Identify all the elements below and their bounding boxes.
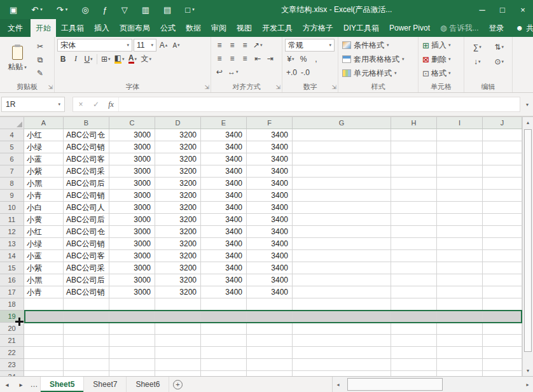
row-header-9[interactable]: 9 [0, 190, 24, 202]
row-header-7[interactable]: 7 [0, 165, 24, 178]
row-header-12[interactable]: 12 [0, 226, 24, 238]
cell-C22[interactable] [109, 347, 155, 359]
cell-D6[interactable]: 3200 [155, 153, 201, 165]
cell-D13[interactable]: 3200 [155, 238, 201, 250]
cell-D24[interactable] [155, 371, 201, 376]
format-as-table-button[interactable]: 套用表格格式 ▾ [341, 53, 415, 66]
cell-J9[interactable] [483, 190, 522, 202]
cell-G9[interactable] [293, 190, 391, 202]
row-header-18[interactable]: 18 [0, 298, 24, 311]
cell-A18[interactable] [24, 298, 64, 311]
row-header-14[interactable]: 14 [0, 250, 24, 262]
row-header-4[interactable]: 4 [0, 129, 24, 141]
cell-J13[interactable] [483, 238, 522, 250]
cell-D15[interactable]: 3200 [155, 262, 201, 274]
cell-E23[interactable] [201, 359, 247, 371]
cell-H10[interactable] [391, 202, 437, 214]
row-header-5[interactable]: 5 [0, 141, 24, 153]
tab-formulas[interactable]: 公式 [155, 19, 181, 37]
cell-E17[interactable]: 3400 [201, 286, 247, 298]
cell-D14[interactable]: 3200 [155, 250, 201, 262]
cell-E20[interactable] [201, 323, 247, 335]
cell-H13[interactable] [391, 238, 437, 250]
cell-I24[interactable] [437, 371, 483, 376]
cell-I17[interactable] [437, 286, 483, 298]
cell-D18[interactable] [155, 298, 201, 311]
new-document-button[interactable]: □▾ [178, 0, 201, 19]
cell-I18[interactable] [437, 298, 483, 311]
align-bottom-button[interactable]: ≡ [239, 39, 251, 51]
cell-J14[interactable] [483, 250, 522, 262]
cell-D12[interactable]: 3200 [155, 226, 201, 238]
cell-B23[interactable] [64, 359, 109, 371]
cell-E11[interactable]: 3400 [201, 214, 247, 226]
cell-B17[interactable]: ABC公司销 [64, 286, 109, 298]
cell-B12[interactable]: ABC公司仓 [64, 226, 109, 238]
cell-H9[interactable] [391, 190, 437, 202]
italic-button[interactable]: I [70, 53, 81, 65]
bold-button[interactable]: B [57, 53, 69, 65]
cell-J8[interactable] [483, 178, 522, 190]
tab-view[interactable]: 视图 [232, 19, 257, 37]
undo-button[interactable]: ↶▾ [24, 0, 49, 19]
font-color-button[interactable]: A ▾ [127, 53, 138, 65]
align-right-button[interactable]: ≡ [239, 52, 251, 64]
cell-E16[interactable]: 3400 [201, 274, 247, 286]
cell-C14[interactable]: 3000 [109, 250, 155, 262]
increase-font-button[interactable]: A ▴ [158, 39, 169, 52]
cell-G21[interactable] [293, 335, 391, 347]
camera-button[interactable]: ◎ [74, 0, 95, 19]
cell-C6[interactable]: 3000 [109, 153, 155, 165]
row-header-17[interactable]: 17 [0, 286, 24, 298]
sheet-tab-sheet7[interactable]: Sheet7 [84, 377, 127, 392]
row-header-8[interactable]: 8 [0, 178, 24, 190]
cell-E6[interactable]: 3400 [201, 153, 247, 165]
cell-E8[interactable]: 3400 [201, 178, 247, 190]
cell-B21[interactable] [64, 335, 109, 347]
cell-B11[interactable]: ABC公司后 [64, 214, 109, 226]
tab-home[interactable]: 开始 [31, 19, 56, 37]
cell-E19[interactable] [201, 311, 247, 323]
cell-G5[interactable] [293, 141, 391, 153]
cell-G20[interactable] [293, 323, 391, 335]
cell-A19[interactable] [24, 311, 64, 323]
cell-E14[interactable]: 3400 [201, 250, 247, 262]
column-header-I[interactable]: I [437, 117, 483, 129]
columns-button[interactable]: ▥ [135, 0, 156, 19]
cell-D20[interactable] [155, 323, 201, 335]
cell-B5[interactable]: ABC公司销 [64, 141, 109, 153]
number-dialog-launcher[interactable]: ⇲ [331, 84, 336, 90]
scroll-right-button[interactable]: ▸ [522, 377, 533, 392]
font-size-combo[interactable]: 11 ▾ [134, 39, 156, 52]
minimize-button[interactable]: ─ [472, 0, 492, 19]
row-header-10[interactable]: 10 [0, 202, 24, 214]
cell-F24[interactable] [247, 371, 293, 376]
tab-power-pivot[interactable]: Power Pivot [384, 19, 435, 37]
cell-G6[interactable] [293, 153, 391, 165]
cell-I4[interactable] [437, 129, 483, 141]
tab-data[interactable]: 数据 [181, 19, 206, 37]
cell-B8[interactable]: ABC公司后 [64, 178, 109, 190]
cell-E22[interactable] [201, 347, 247, 359]
cell-H4[interactable] [391, 129, 437, 141]
cell-I19[interactable] [437, 311, 483, 323]
cell-F17[interactable]: 3400 [247, 286, 293, 298]
cell-J23[interactable] [483, 359, 522, 371]
cell-H18[interactable] [391, 298, 437, 311]
find-select-button[interactable]: ⊙ ▾ [490, 55, 509, 67]
scroll-up-button[interactable]: ▴ [523, 117, 533, 128]
cell-J16[interactable] [483, 274, 522, 286]
cell-C4[interactable]: 3000 [109, 129, 155, 141]
cell-I21[interactable] [437, 335, 483, 347]
cell-A17[interactable]: 小青 [24, 286, 64, 298]
align-top-button[interactable]: ≡ [214, 39, 225, 51]
cell-A5[interactable]: 小绿 [24, 141, 64, 153]
cell-H21[interactable] [391, 335, 437, 347]
cell-D5[interactable]: 3200 [155, 141, 201, 153]
cell-I16[interactable] [437, 274, 483, 286]
cell-G17[interactable] [293, 286, 391, 298]
sheet-tab-sheet5[interactable]: Sheet5 [41, 377, 84, 392]
cell-B4[interactable]: ABC公司仓 [64, 129, 109, 141]
cell-D4[interactable]: 3200 [155, 129, 201, 141]
increase-indent-button[interactable]: ⇥ [265, 52, 276, 64]
